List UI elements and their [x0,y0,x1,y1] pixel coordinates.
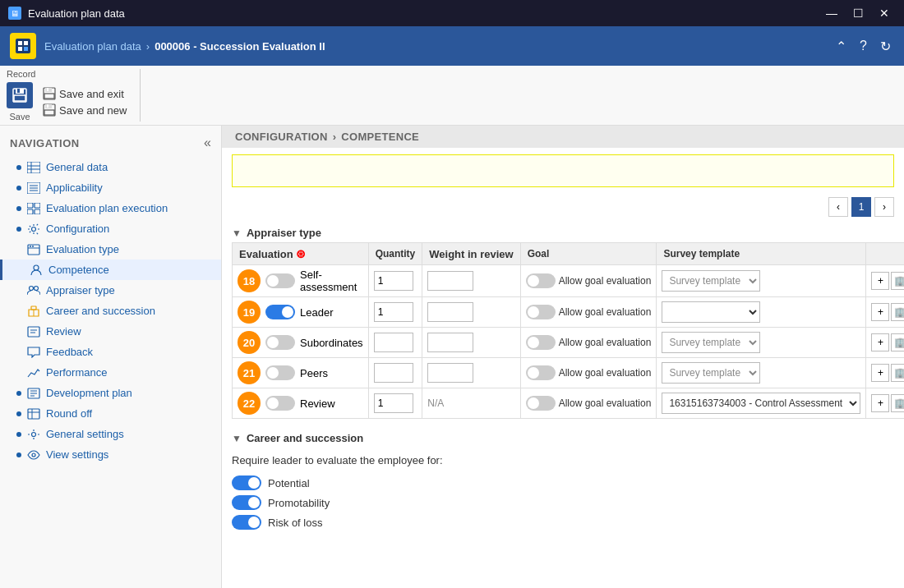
survey-select-peers[interactable]: Survey template [662,362,760,384]
feedback-icon [26,347,41,358]
sidebar-item-eval-type[interactable]: Evaluation type [0,239,221,260]
section-toggle-icon: ▼ [232,227,242,239]
survey-select-self[interactable]: Survey template [662,270,760,292]
toolbar-btn-group: Save and exit Save and new [39,85,130,118]
save-and-exit-button[interactable]: Save and exit [39,85,130,102]
breadcrumb-current: 000006 - Succession Evaluation II [155,40,325,53]
add-icon-peers[interactable]: + [871,364,889,382]
toggle-peers[interactable] [265,365,295,380]
career-succession-header[interactable]: ▼ Career and succession [222,425,904,448]
pagination-row: ‹ 1 › [222,194,904,220]
row-badge-21: 21 [238,361,261,384]
next-page-button[interactable]: › [874,197,894,217]
weight-input-self[interactable] [427,271,473,291]
weight-input-sub[interactable] [427,333,473,352]
building-icon-self[interactable]: 🏢 [891,272,904,290]
add-icon-review[interactable]: + [871,394,889,412]
toggle-goal-review[interactable] [526,396,556,411]
sidebar-review-label: Review [46,325,81,338]
qty-input-leader[interactable] [374,302,413,322]
weight-input-leader[interactable] [427,302,473,322]
svg-point-35 [30,286,34,290]
sidebar-item-review[interactable]: Review [0,321,221,342]
help-button[interactable]: ? [856,35,870,57]
building-icon-peers[interactable]: 🏢 [891,364,904,382]
sidebar-item-dev-plan[interactable]: Development plan [0,383,221,403]
add-icon-leader[interactable]: + [871,303,889,321]
sidebar-item-general-settings[interactable]: General settings [0,424,221,444]
toggle-goal-peers[interactable] [526,365,556,380]
sidebar-item-view-settings[interactable]: View settings [0,444,221,465]
toggle-goal-leader[interactable] [526,305,556,319]
gear-config-icon [26,223,41,235]
goal-label-review: Allow goal evaluation [559,397,652,409]
toggle-review[interactable] [265,396,295,411]
appraiser-type-section-header[interactable]: ▼ Appraiser type [222,220,904,242]
close-button[interactable]: ✕ [873,2,896,25]
toggle-goal-sub[interactable] [526,335,556,350]
sidebar-item-feedback[interactable]: Feedback [0,342,221,362]
save-new-icon [43,103,56,117]
add-icon-self[interactable]: + [871,272,889,290]
sidebar-collapse-button[interactable]: « [204,136,211,150]
svg-rect-28 [35,209,40,214]
qty-input-self[interactable] [374,271,413,291]
toggle-row-risk: Risk of loss [232,512,894,532]
eval-row-name: 20 Subordinates [238,331,363,354]
action-icons-leader: + 🏢 ✏ [871,303,904,321]
sidebar-dev-plan-label: Development plan [46,387,132,399]
toggle-leader[interactable] [265,305,295,319]
sidebar-item-configuration[interactable]: Configuration [0,218,221,239]
weight-cell-leader [422,297,520,328]
survey-select-sub[interactable]: Survey template [662,332,760,353]
toggle-goal-self[interactable] [526,273,556,288]
save-and-new-button[interactable]: Save and new [39,102,130,118]
col-actions [866,243,904,265]
svg-rect-26 [35,203,40,208]
eval-cell-review: 22 Review [233,388,369,419]
title-bar: 🖥 Evaluation plan data — ☐ ✕ [0,0,904,26]
sidebar-item-appraiser-type[interactable]: Appraiser type [0,280,221,301]
minimize-button[interactable]: — [820,2,843,25]
toggle-risk-loss[interactable] [232,515,261,530]
sidebar-item-performance[interactable]: Performance [0,362,221,383]
sidebar-item-round-off[interactable]: Round off [0,403,221,424]
collapse-header-button[interactable]: ⌃ [833,35,850,57]
toggle-promotability[interactable] [232,495,261,510]
svg-point-34 [34,265,39,270]
building-icon-sub[interactable]: 🏢 [891,333,904,351]
toggle-row-promotability: Promotability [232,493,894,512]
weight-input-peers[interactable] [427,363,473,383]
col-weight: Weight in review [422,243,520,265]
sidebar-item-general-data[interactable]: General data [0,157,221,177]
sidebar-dot [16,391,21,396]
svg-rect-15 [47,104,48,108]
sidebar-item-career-succession[interactable]: Career and succession [0,301,221,321]
qty-input-review[interactable] [374,393,413,413]
content-breadcrumb: CONFIGURATION › COMPETENCE [222,126,904,148]
svg-point-49 [32,432,36,436]
eval-cell-peers: 21 Peers [233,358,369,388]
sidebar-item-eval-plan-exec[interactable]: Evaluation plan execution [0,198,221,218]
survey-select-leader[interactable] [662,301,760,323]
building-icon-review[interactable]: 🏢 [891,394,904,412]
qty-input-sub[interactable] [374,333,413,352]
prev-page-button[interactable]: ‹ [828,197,848,217]
toggle-subordinates[interactable] [265,335,295,350]
content-area: CONFIGURATION › COMPETENCE ‹ 1 › ▼ Appra… [222,126,904,588]
qty-input-peers[interactable] [374,363,413,383]
breadcrumb-link[interactable]: Evaluation plan data [44,40,141,53]
current-page-button[interactable]: 1 [851,197,871,217]
maximize-button[interactable]: ☐ [846,2,869,25]
survey-select-review[interactable]: 16315163734003 - Control Assessment [662,393,860,414]
person-icon [29,264,44,276]
toggle-self-assessment[interactable] [265,273,295,288]
sidebar-dot [16,186,21,191]
building-icon-leader[interactable]: 🏢 [891,303,904,321]
require-label: Require leader to evaluate the employee … [232,454,894,466]
add-icon-sub[interactable]: + [871,333,889,351]
sidebar-item-competence[interactable]: Competence [0,260,221,280]
sidebar-item-applicability[interactable]: Applicability [0,177,221,198]
toggle-potential[interactable] [232,475,261,490]
refresh-button[interactable]: ↻ [877,35,894,57]
